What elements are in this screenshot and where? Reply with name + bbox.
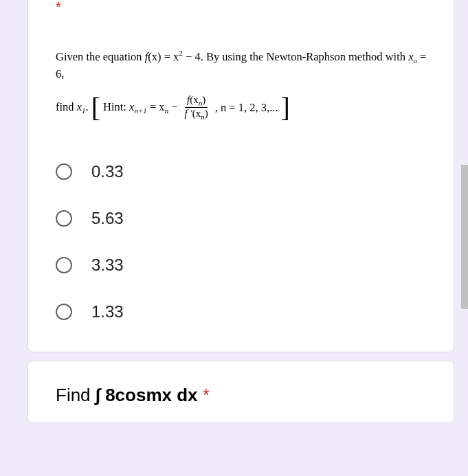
question-text-2: Find ∫ 8cosmx dx * [45, 378, 437, 406]
radio-icon[interactable] [56, 257, 72, 273]
radio-icon[interactable] [56, 163, 72, 180]
option-row[interactable]: 0.33 [56, 148, 437, 195]
radio-icon[interactable] [56, 210, 72, 227]
option-row[interactable]: 3.33 [56, 242, 437, 288]
question-text: Given the equation f(x) = x2 − 4. By usi… [45, 48, 437, 82]
options-group: 0.33 5.63 3.33 1.33 [45, 148, 437, 335]
option-row[interactable]: 1.33 [56, 288, 437, 335]
radio-icon[interactable] [56, 304, 72, 320]
fraction: f(xn) f '(xn) [183, 94, 210, 121]
option-row[interactable]: 5.63 [56, 195, 437, 242]
option-label: 3.33 [91, 256, 124, 275]
option-label: 0.33 [91, 162, 124, 181]
option-label: 1.33 [91, 302, 124, 321]
scrollbar-thumb[interactable] [461, 165, 468, 309]
option-label: 5.63 [91, 209, 124, 228]
hint-text: find x1. [ Hint: xn+1 = xn − f(xn) f '(x… [45, 94, 437, 121]
question-card-1: * Given the equation f(x) = x2 − 4. By u… [27, 0, 454, 352]
question-card-2: Find ∫ 8cosmx dx * [27, 361, 454, 423]
required-asterisk: * [45, 0, 437, 14]
